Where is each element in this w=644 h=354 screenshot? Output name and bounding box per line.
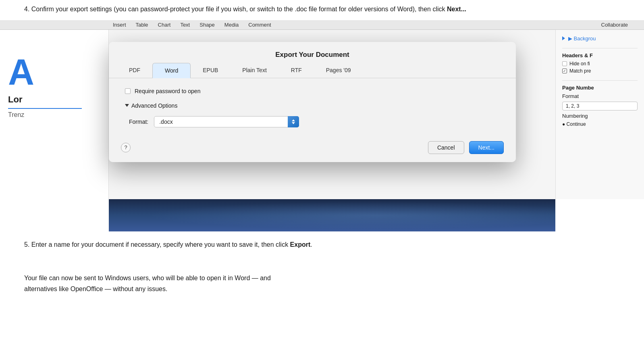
next-button[interactable]: Next... xyxy=(469,141,504,154)
numbering-label: Numbering xyxy=(562,113,638,119)
modal-title: Export Your Document xyxy=(109,42,516,63)
menu-collaborate[interactable]: Collaborate xyxy=(601,22,644,28)
menu-chart[interactable]: Chart xyxy=(158,22,171,28)
match-pre-label: Match pre xyxy=(569,68,591,74)
headers-section: Headers & F Hide on fi ✓ Match pre xyxy=(562,52,638,74)
password-checkbox-row[interactable]: Require password to open xyxy=(125,88,500,94)
menu-comment[interactable]: Comment xyxy=(248,22,271,28)
hide-on-fi-checkbox[interactable] xyxy=(562,61,567,66)
match-pre-checkbox[interactable]: ✓ xyxy=(562,69,567,73)
background-header: ▶ Backgrou xyxy=(562,35,638,42)
format-row: Format: .docx .doc xyxy=(129,116,500,127)
modal-footer: ? Cancel Next... xyxy=(109,135,516,162)
document-left-panel: A Lor Trenz xyxy=(0,30,109,199)
help-button[interactable]: ? xyxy=(121,143,131,152)
menu-table[interactable]: Table xyxy=(136,22,148,28)
step5-text: 5. Enter a name for your document if nec… xyxy=(24,239,620,250)
match-pre-row[interactable]: ✓ Match pre xyxy=(562,68,638,74)
right-panel: ▶ Backgrou Headers & F Hide on fi ✓ Matc… xyxy=(555,30,644,199)
headers-label: Headers & F xyxy=(562,52,638,58)
tab-pdf[interactable]: PDF xyxy=(117,63,152,78)
password-label: Require password to open xyxy=(135,88,200,94)
modal-body: Require password to open Advanced Option… xyxy=(109,78,516,135)
hide-on-fi-label: Hide on fi xyxy=(569,61,590,67)
tab-epub[interactable]: EPUB xyxy=(191,63,230,78)
final-para1: Your file can now be sent to Windows use… xyxy=(24,273,620,283)
page-number-label: Page Numbe xyxy=(562,85,638,91)
tab-rtf[interactable]: RTF xyxy=(279,63,314,78)
background-section: ▶ Backgrou xyxy=(562,35,638,42)
format-label: Format: xyxy=(129,119,148,125)
chevron-right-icon xyxy=(562,36,565,40)
format-value-rp: 1, 2, 3 xyxy=(562,102,638,110)
menu-insert[interactable]: Insert xyxy=(113,22,126,28)
hide-on-fi-row[interactable]: Hide on fi xyxy=(562,61,638,67)
modal-tab-bar: PDF Word EPUB Plain Text RTF Pages '09 xyxy=(109,63,516,78)
footer-buttons: Cancel Next... xyxy=(428,141,504,154)
advanced-options-label: Advanced Options xyxy=(131,102,177,109)
format-select[interactable]: .docx .doc xyxy=(154,116,299,127)
advanced-options-toggle[interactable]: Advanced Options xyxy=(125,102,500,109)
cancel-button[interactable]: Cancel xyxy=(428,141,464,154)
tab-word[interactable]: Word xyxy=(152,63,191,78)
menu-text[interactable]: Text xyxy=(180,22,190,28)
format-select-wrapper[interactable]: .docx .doc xyxy=(154,116,299,127)
doc-letter: A xyxy=(8,54,100,90)
tab-plain-text[interactable]: Plain Text xyxy=(230,63,278,78)
dark-image-strip xyxy=(109,199,555,231)
doc-trenz: Trenz xyxy=(8,111,100,119)
menu-media[interactable]: Media xyxy=(224,22,239,28)
step5-area: 5. Enter a name for your document if nec… xyxy=(0,231,644,264)
page-number-section: Page Numbe Format 1, 2, 3 Numbering ● Co… xyxy=(562,85,638,127)
format-label-rp: Format xyxy=(562,93,638,99)
menu-shape[interactable]: Shape xyxy=(199,22,215,28)
continue-option[interactable]: ● Continue xyxy=(562,121,638,127)
advanced-options-triangle xyxy=(125,104,129,107)
final-text-area: Your file can now be sent to Windows use… xyxy=(0,263,644,298)
tab-pages09[interactable]: Pages '09 xyxy=(314,63,363,78)
step4-text: 4. Confirm your export settings (you can… xyxy=(24,4,620,15)
final-para2: alternatives like OpenOffice — without a… xyxy=(24,284,620,294)
password-checkbox[interactable] xyxy=(125,88,131,94)
app-menu-bar: Insert Table Chart Text Shape Media Comm… xyxy=(0,20,644,30)
export-modal: Export Your Document PDF Word EPUB Plain… xyxy=(109,42,516,162)
doc-lorem: Lor xyxy=(8,94,100,105)
